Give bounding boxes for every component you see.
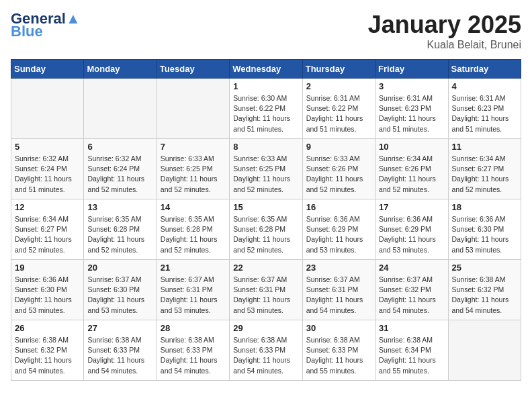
day-info: Sunrise: 6:31 AM Sunset: 6:23 PM Dayligh… [379,93,444,134]
day-info: Sunrise: 6:37 AM Sunset: 6:31 PM Dayligh… [306,275,371,316]
day-number: 5 [15,142,80,152]
day-number: 19 [15,263,80,273]
day-number: 3 [379,81,444,91]
day-info: Sunrise: 6:32 AM Sunset: 6:24 PM Dayligh… [15,154,80,195]
calendar-cell: 28Sunrise: 6:38 AM Sunset: 6:33 PM Dayli… [157,320,229,381]
day-info: Sunrise: 6:38 AM Sunset: 6:34 PM Dayligh… [379,335,444,376]
day-number: 26 [15,323,80,333]
day-info: Sunrise: 6:36 AM Sunset: 6:30 PM Dayligh… [15,275,80,316]
week-row-1: 1Sunrise: 6:30 AM Sunset: 6:22 PM Daylig… [11,79,521,139]
header-sunday: Sunday [11,60,84,79]
day-info: Sunrise: 6:37 AM Sunset: 6:30 PM Dayligh… [87,275,152,316]
day-number: 2 [306,81,371,91]
header-thursday: Thursday [302,60,375,79]
day-info: Sunrise: 6:33 AM Sunset: 6:25 PM Dayligh… [161,154,226,195]
day-number: 13 [87,202,152,212]
calendar-cell: 22Sunrise: 6:37 AM Sunset: 6:31 PM Dayli… [230,260,302,320]
calendar-cell: 6Sunrise: 6:32 AM Sunset: 6:24 PM Daylig… [84,139,157,199]
day-info: Sunrise: 6:37 AM Sunset: 6:31 PM Dayligh… [161,275,226,316]
day-info: Sunrise: 6:34 AM Sunset: 6:26 PM Dayligh… [379,154,444,195]
calendar-cell [11,79,84,139]
day-number: 28 [161,323,226,333]
day-info: Sunrise: 6:31 AM Sunset: 6:22 PM Dayligh… [306,93,371,134]
day-number: 9 [306,142,371,152]
day-number: 31 [379,323,444,333]
header-friday: Friday [375,60,448,79]
day-info: Sunrise: 6:37 AM Sunset: 6:31 PM Dayligh… [233,275,298,316]
day-info: Sunrise: 6:36 AM Sunset: 6:29 PM Dayligh… [379,214,444,255]
calendar-cell: 1Sunrise: 6:30 AM Sunset: 6:22 PM Daylig… [230,79,302,139]
calendar-cell: 9Sunrise: 6:33 AM Sunset: 6:26 PM Daylig… [302,139,375,199]
header-saturday: Saturday [448,60,521,79]
day-number: 24 [379,263,444,273]
calendar-cell: 26Sunrise: 6:38 AM Sunset: 6:32 PM Dayli… [11,320,84,381]
day-number: 16 [306,202,371,212]
day-number: 22 [233,263,298,273]
calendar-cell: 4Sunrise: 6:31 AM Sunset: 6:23 PM Daylig… [448,79,521,139]
calendar-cell: 21Sunrise: 6:37 AM Sunset: 6:31 PM Dayli… [157,260,229,320]
calendar-cell: 8Sunrise: 6:33 AM Sunset: 6:25 PM Daylig… [230,139,302,199]
calendar-cell: 20Sunrise: 6:37 AM Sunset: 6:30 PM Dayli… [84,260,157,320]
day-info: Sunrise: 6:30 AM Sunset: 6:22 PM Dayligh… [233,93,298,134]
day-info: Sunrise: 6:38 AM Sunset: 6:33 PM Dayligh… [161,335,226,376]
day-info: Sunrise: 6:36 AM Sunset: 6:29 PM Dayligh… [306,214,371,255]
calendar-body: 1Sunrise: 6:30 AM Sunset: 6:22 PM Daylig… [11,79,521,381]
day-number: 18 [452,202,517,212]
calendar-cell: 30Sunrise: 6:38 AM Sunset: 6:33 PM Dayli… [302,320,375,381]
location: Kuala Belait, Brunei [368,39,521,51]
calendar-cell [157,79,229,139]
day-info: Sunrise: 6:35 AM Sunset: 6:28 PM Dayligh… [233,214,298,255]
calendar-table: SundayMondayTuesdayWednesdayThursdayFrid… [11,59,521,381]
week-row-3: 12Sunrise: 6:34 AM Sunset: 6:27 PM Dayli… [11,199,521,260]
header-tuesday: Tuesday [157,60,229,79]
calendar-cell: 5Sunrise: 6:32 AM Sunset: 6:24 PM Daylig… [11,139,84,199]
calendar-cell: 2Sunrise: 6:31 AM Sunset: 6:22 PM Daylig… [302,79,375,139]
day-info: Sunrise: 6:31 AM Sunset: 6:23 PM Dayligh… [452,93,517,134]
day-number: 23 [306,263,371,273]
header-wednesday: Wednesday [230,60,302,79]
calendar-cell: 27Sunrise: 6:38 AM Sunset: 6:33 PM Dayli… [84,320,157,381]
day-info: Sunrise: 6:36 AM Sunset: 6:30 PM Dayligh… [452,214,517,255]
calendar-cell: 17Sunrise: 6:36 AM Sunset: 6:29 PM Dayli… [375,199,448,260]
day-info: Sunrise: 6:33 AM Sunset: 6:26 PM Dayligh… [306,154,371,195]
calendar-header-row: SundayMondayTuesdayWednesdayThursdayFrid… [11,60,521,79]
day-info: Sunrise: 6:33 AM Sunset: 6:25 PM Dayligh… [233,154,298,195]
day-number: 29 [233,323,298,333]
day-number: 11 [452,142,517,152]
calendar-cell [84,79,157,139]
calendar-cell: 13Sunrise: 6:35 AM Sunset: 6:28 PM Dayli… [84,199,157,260]
calendar-cell: 10Sunrise: 6:34 AM Sunset: 6:26 PM Dayli… [375,139,448,199]
calendar-cell: 31Sunrise: 6:38 AM Sunset: 6:34 PM Dayli… [375,320,448,381]
calendar-cell: 14Sunrise: 6:35 AM Sunset: 6:28 PM Dayli… [157,199,229,260]
calendar-cell: 7Sunrise: 6:33 AM Sunset: 6:25 PM Daylig… [157,139,229,199]
month-title: January 2025 [368,11,521,39]
day-number: 1 [233,81,298,91]
calendar-cell [448,320,521,381]
day-info: Sunrise: 6:38 AM Sunset: 6:33 PM Dayligh… [233,335,298,376]
day-number: 7 [161,142,226,152]
week-row-4: 19Sunrise: 6:36 AM Sunset: 6:30 PM Dayli… [11,260,521,320]
day-info: Sunrise: 6:32 AM Sunset: 6:24 PM Dayligh… [87,154,152,195]
calendar-cell: 11Sunrise: 6:34 AM Sunset: 6:27 PM Dayli… [448,139,521,199]
day-number: 8 [233,142,298,152]
calendar-cell: 23Sunrise: 6:37 AM Sunset: 6:31 PM Dayli… [302,260,375,320]
calendar-cell: 18Sunrise: 6:36 AM Sunset: 6:30 PM Dayli… [448,199,521,260]
logo-blue: Blue [11,24,43,39]
day-number: 30 [306,323,371,333]
calendar-cell: 16Sunrise: 6:36 AM Sunset: 6:29 PM Dayli… [302,199,375,260]
calendar-cell: 3Sunrise: 6:31 AM Sunset: 6:23 PM Daylig… [375,79,448,139]
day-info: Sunrise: 6:38 AM Sunset: 6:33 PM Dayligh… [87,335,152,376]
day-number: 25 [452,263,517,273]
day-number: 14 [161,202,226,212]
day-info: Sunrise: 6:34 AM Sunset: 6:27 PM Dayligh… [15,214,80,255]
day-info: Sunrise: 6:34 AM Sunset: 6:27 PM Dayligh… [452,154,517,195]
page-header: General▲ Blue January 2025 Kuala Belait,… [11,11,521,51]
calendar-cell: 15Sunrise: 6:35 AM Sunset: 6:28 PM Dayli… [230,199,302,260]
calendar-cell: 29Sunrise: 6:38 AM Sunset: 6:33 PM Dayli… [230,320,302,381]
day-info: Sunrise: 6:35 AM Sunset: 6:28 PM Dayligh… [87,214,152,255]
logo: General▲ Blue [11,11,81,39]
day-number: 17 [379,202,444,212]
calendar-cell: 24Sunrise: 6:37 AM Sunset: 6:32 PM Dayli… [375,260,448,320]
day-number: 20 [87,263,152,273]
day-number: 12 [15,202,80,212]
